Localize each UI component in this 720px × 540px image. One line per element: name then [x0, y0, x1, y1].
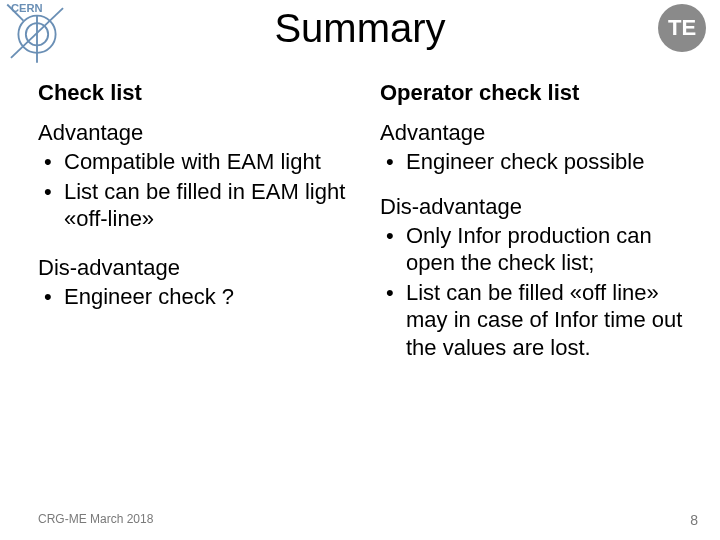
right-dis-label: Dis-advantage	[380, 194, 692, 220]
content: Check list Advantage Compatible with EAM…	[0, 70, 720, 383]
cern-logo: CERN	[6, 2, 68, 64]
right-adv-list: Engineer check possible	[380, 148, 692, 176]
left-column: Check list Advantage Compatible with EAM…	[38, 80, 350, 383]
right-disadvantage-block: Dis-advantage Only Infor production can …	[380, 194, 692, 362]
list-item: Engineer check ?	[38, 283, 350, 311]
te-badge-text: TE	[668, 15, 696, 41]
left-dis-list: Engineer check ?	[38, 283, 350, 311]
list-item: List can be filled «off line» may in cas…	[380, 279, 692, 362]
list-item: Compatible with EAM light	[38, 148, 350, 176]
svg-text:CERN: CERN	[11, 2, 43, 14]
header: CERN Summary TE	[0, 0, 720, 70]
slide: CERN Summary TE Check list Advantage Com…	[0, 0, 720, 540]
left-disadvantage-block: Dis-advantage Engineer check ?	[38, 255, 350, 311]
left-advantage-block: Advantage Compatible with EAM light List…	[38, 120, 350, 233]
page-number: 8	[690, 512, 698, 528]
right-advantage-block: Advantage Engineer check possible	[380, 120, 692, 176]
list-item: List can be filled in EAM light «off-lin…	[38, 178, 350, 233]
right-adv-label: Advantage	[380, 120, 692, 146]
footer: CRG-ME March 2018 8	[38, 512, 698, 528]
footer-left: CRG-ME March 2018	[38, 512, 153, 528]
left-adv-label: Advantage	[38, 120, 350, 146]
left-dis-label: Dis-advantage	[38, 255, 350, 281]
te-badge: TE	[658, 4, 706, 52]
page-title: Summary	[274, 6, 445, 51]
right-heading: Operator check list	[380, 80, 692, 106]
right-dis-list: Only Infor production can open the check…	[380, 222, 692, 362]
list-item: Only Infor production can open the check…	[380, 222, 692, 277]
left-adv-list: Compatible with EAM light List can be fi…	[38, 148, 350, 233]
right-column: Operator check list Advantage Engineer c…	[380, 80, 692, 383]
list-item: Engineer check possible	[380, 148, 692, 176]
left-heading: Check list	[38, 80, 350, 106]
